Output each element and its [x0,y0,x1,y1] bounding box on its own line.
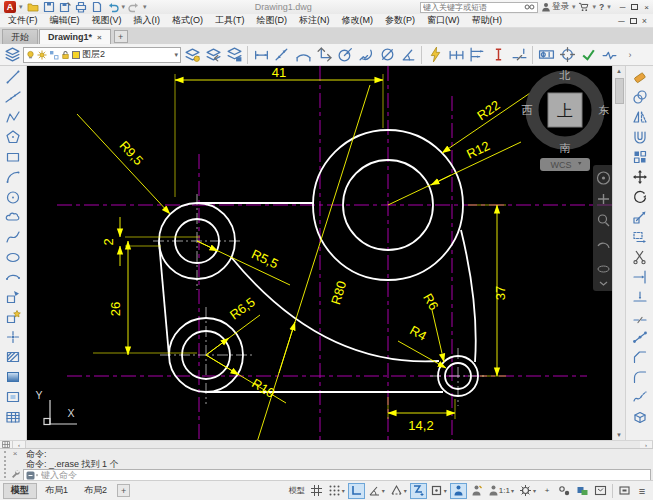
mirror-tool[interactable] [628,107,652,127]
vertical-scrollbar[interactable]: ▲ ▼ [612,66,625,440]
dim-radius-button[interactable] [335,45,355,65]
apps-caret-icon[interactable]: ▾ [592,3,596,11]
viewcube-north-label[interactable]: 北 [559,69,571,81]
tab-close-icon[interactable]: × [97,33,102,42]
dim-aligned-button[interactable] [272,45,292,65]
clean-screen-button[interactable] [592,483,609,499]
command-customize-wrench-icon[interactable] [10,469,20,479]
save-as-button[interactable] [58,1,72,13]
layer-properties-button[interactable] [2,45,22,65]
layer-dropdown-caret-icon[interactable]: ▾ [174,51,178,59]
fullscreen-button[interactable] [616,483,633,499]
isodraft-caret-icon[interactable]: ▾ [404,487,407,494]
help-button[interactable]: ? [599,2,604,12]
menu-view[interactable]: 视图(V) [86,14,128,27]
polar-tracking-toggle[interactable]: ▾ [366,483,387,499]
break-tool[interactable] [628,307,652,327]
join-tool[interactable] [628,327,652,347]
array-tool[interactable] [628,147,652,167]
save-button[interactable] [42,1,56,13]
viewcube-west-label[interactable]: 西 [522,104,533,116]
close-button[interactable]: × [644,3,649,12]
menu-insert[interactable]: 插入(I) [128,14,167,27]
dim-inspect-button[interactable] [578,45,598,65]
blend-curves-tool[interactable] [628,387,652,407]
polar-caret-icon[interactable]: ▾ [382,487,385,494]
dim-continue-button[interactable] [446,45,466,65]
dim-baseline-button[interactable] [467,45,487,65]
annotation-visibility-toggle[interactable] [450,483,467,499]
viewcube-south-label[interactable]: 南 [560,142,571,154]
scale-caret-icon[interactable]: ▾ [511,487,514,494]
extend-tool[interactable] [628,267,652,287]
maximize-button[interactable] [631,4,638,10]
minimize-button[interactable]: ─ [620,3,626,12]
fillet-tool[interactable] [628,367,652,387]
new-layout-button[interactable]: + [117,484,130,497]
menu-help[interactable]: 帮助(H) [466,14,509,27]
line-tool[interactable] [1,67,25,87]
ellipse-arc-tool[interactable] [1,267,25,287]
dim-center-mark-button[interactable] [557,45,577,65]
dim-quick-button[interactable] [425,45,445,65]
new-tab-button[interactable]: + [114,30,128,43]
spline-tool[interactable] [1,227,25,247]
undo-button[interactable] [106,1,120,13]
dim-jogged-button[interactable] [356,45,376,65]
model-space-toggle[interactable]: 模型 [287,483,307,499]
doc-close-button[interactable]: × [642,16,647,26]
rectangle-tool[interactable] [1,147,25,167]
tab-layout1[interactable]: 布局1 [37,483,76,499]
move-tool[interactable] [628,167,652,187]
construction-line-tool[interactable] [1,87,25,107]
menu-dimension[interactable]: 标注(N) [293,14,336,27]
tab-layout2[interactable]: 布局2 [76,483,115,499]
gradient-tool[interactable] [1,367,25,387]
scale-tool[interactable] [628,207,652,227]
vertical-scroll-thumb[interactable] [615,78,624,104]
layer-previous-button[interactable] [203,45,223,65]
object-snap-tracking-toggle[interactable] [410,483,427,499]
customization-menu-button[interactable]: ≡ [634,483,650,499]
dim-angular-button[interactable] [398,45,418,65]
menu-window[interactable]: 窗口(W) [421,14,466,27]
annotation-monitor-button[interactable]: + [539,483,555,499]
isolate-objects-button[interactable] [556,483,573,499]
plot-button[interactable] [74,1,88,13]
store-button[interactable] [578,2,589,12]
dim-jog-line-button[interactable] [599,45,619,65]
dim-diameter-button[interactable] [377,45,397,65]
help-caret-icon[interactable]: ▾ [607,3,611,11]
search-input[interactable] [423,3,524,12]
dim-ordinate-button[interactable] [314,45,334,65]
dim-tolerance-button[interactable] [536,45,556,65]
revision-cloud-tool[interactable] [1,207,25,227]
horizontal-scrollbar[interactable]: ‹ › [0,440,653,448]
sign-in-button[interactable]: 登录 [541,1,569,13]
settings-caret-icon[interactable]: ▾ [533,487,536,494]
chamfer-tool[interactable] [628,347,652,367]
stretch-tool[interactable] [628,227,652,247]
doc-restore-button[interactable] [630,18,637,24]
polyline-tool[interactable] [1,107,25,127]
hatch-tool[interactable] [1,347,25,367]
object-snap-toggle[interactable]: ▾ [428,483,449,499]
command-close-icon[interactable]: × [13,450,18,458]
workspace-settings-button[interactable]: ▾ [517,483,538,499]
qat-more-caret-icon[interactable]: ▾ [143,3,147,11]
grid-toggle[interactable] [308,483,325,499]
ellipse-tool[interactable] [1,247,25,267]
offset-tool[interactable] [628,127,652,147]
app-menu-caret-icon[interactable]: ▾ [19,3,23,11]
menu-tools[interactable]: 工具(T) [209,14,251,27]
command-panel-grip[interactable] [1,451,6,478]
create-block-tool[interactable] [1,307,25,327]
menu-parametric[interactable]: 参数(P) [379,14,421,27]
tab-drawing1[interactable]: Drawing1* × [39,29,111,44]
doc-minimize-button[interactable]: ─ [618,16,624,26]
snap-caret-icon[interactable]: ▾ [342,487,345,494]
navigation-bar[interactable] [593,165,612,291]
annotation-scale-button[interactable]: 1:1▾ [486,483,516,499]
polygon-tool[interactable] [1,127,25,147]
menu-modify[interactable]: 修改(M) [336,14,380,27]
